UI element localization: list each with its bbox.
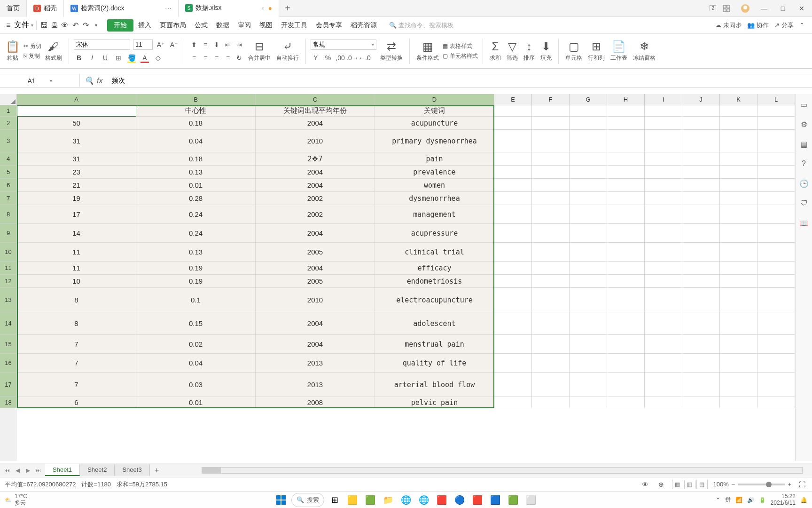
cell[interactable] <box>645 166 682 179</box>
wechat-icon[interactable]: 🟩 <box>506 492 521 508</box>
cell[interactable] <box>607 205 645 224</box>
cell[interactable] <box>720 275 757 288</box>
tab-doc1[interactable]: W 检索词(2).docx ⋯ <box>64 0 179 17</box>
taskbar-search[interactable]: 🔍搜索 <box>291 493 324 507</box>
tray-chevron-icon[interactable]: ⌃ <box>716 497 720 503</box>
cell[interactable] <box>607 373 645 397</box>
menu-data[interactable]: 数据 <box>212 19 233 32</box>
cell[interactable]: 17 <box>17 205 136 224</box>
edge-icon[interactable]: 🌐 <box>398 492 414 508</box>
cell[interactable] <box>720 192 757 205</box>
cell[interactable] <box>720 205 757 224</box>
underline-button[interactable]: U <box>100 53 110 63</box>
tray-volume-icon[interactable]: 🔊 <box>747 497 754 503</box>
cell[interactable]: adolescent <box>375 312 494 335</box>
cell[interactable] <box>570 224 607 243</box>
cell[interactable] <box>720 312 757 335</box>
cell[interactable] <box>494 243 532 262</box>
cell[interactable] <box>494 275 532 288</box>
cell[interactable] <box>757 397 795 408</box>
select-all-corner[interactable] <box>0 94 17 105</box>
col-header-L[interactable]: L <box>757 94 795 105</box>
cell[interactable] <box>532 335 570 354</box>
col-header-F[interactable]: F <box>532 94 570 105</box>
row-header-11[interactable]: 11 <box>0 262 17 275</box>
cell[interactable] <box>570 179 607 192</box>
cell[interactable]: 0.24 <box>136 224 256 243</box>
app6-icon[interactable]: ⬜ <box>523 492 539 508</box>
cell[interactable] <box>757 224 795 243</box>
cell[interactable] <box>532 192 570 205</box>
command-search[interactable]: 🔍查找命令、搜索模板 <box>389 21 453 30</box>
cell[interactable]: efficacy <box>375 262 494 275</box>
menu-review[interactable]: 审阅 <box>234 19 255 32</box>
bold-button[interactable]: B <box>74 53 84 63</box>
apps-icon[interactable] <box>718 3 735 14</box>
layout-icon[interactable]: ▤ <box>798 138 810 150</box>
cell[interactable] <box>570 243 607 262</box>
row-header-10[interactable]: 10 <box>0 243 17 262</box>
menu-member[interactable]: 会员专享 <box>312 19 346 32</box>
cell[interactable]: 2005 <box>256 275 375 288</box>
cell[interactable] <box>494 288 532 312</box>
cell[interactable]: 0.15 <box>136 312 256 335</box>
cell[interactable] <box>645 275 682 288</box>
sheet-prev-icon[interactable]: ◀ <box>12 465 23 476</box>
cell[interactable] <box>494 179 532 192</box>
cell[interactable] <box>607 224 645 243</box>
cell[interactable] <box>682 397 720 408</box>
sum-button[interactable]: Σ求和 <box>488 40 503 62</box>
cell[interactable] <box>607 312 645 335</box>
cell[interactable] <box>570 166 607 179</box>
cell[interactable] <box>532 224 570 243</box>
cell[interactable] <box>570 312 607 335</box>
menu-start[interactable]: 开始 <box>107 19 133 32</box>
taskview-icon[interactable]: ⊞ <box>327 492 342 508</box>
cell[interactable] <box>494 105 532 117</box>
cell[interactable]: 2004 <box>256 117 375 130</box>
cell[interactable]: 0.02 <box>136 335 256 354</box>
cell[interactable] <box>645 243 682 262</box>
zoom-slider[interactable] <box>738 484 785 485</box>
header-cell[interactable]: 中心性 <box>136 105 256 117</box>
cell[interactable] <box>757 373 795 397</box>
cell[interactable] <box>607 152 645 166</box>
cell[interactable] <box>720 373 757 397</box>
cell[interactable]: 50 <box>17 117 136 130</box>
cell[interactable] <box>682 166 720 179</box>
cell[interactable] <box>682 243 720 262</box>
cell[interactable] <box>532 117 570 130</box>
cell[interactable] <box>757 262 795 275</box>
cell[interactable] <box>532 243 570 262</box>
cell[interactable] <box>570 205 607 224</box>
cell[interactable] <box>645 224 682 243</box>
wps-icon[interactable]: 🟥 <box>470 492 485 508</box>
weather-widget[interactable]: ⛅ 17°C多云 <box>5 493 27 506</box>
cell[interactable]: 23 <box>17 166 136 179</box>
cell[interactable] <box>645 152 682 166</box>
cell[interactable] <box>494 397 532 408</box>
cell[interactable]: menstrual pain <box>375 335 494 354</box>
cell[interactable] <box>757 192 795 205</box>
type-convert[interactable]: ⇄类型转换 <box>378 40 405 62</box>
close-button[interactable]: ✕ <box>793 3 810 14</box>
filter-button[interactable]: ▽筛选 <box>505 40 520 62</box>
cell[interactable] <box>570 335 607 354</box>
cell[interactable] <box>607 179 645 192</box>
cell[interactable] <box>682 224 720 243</box>
cell[interactable] <box>570 373 607 397</box>
close-icon[interactable]: ⋯ <box>165 5 172 12</box>
cell[interactable] <box>607 192 645 205</box>
cell[interactable] <box>682 373 720 397</box>
cell[interactable] <box>570 117 607 130</box>
font-size-combo[interactable]: 11 <box>133 40 153 50</box>
cell[interactable]: 2004 <box>256 179 375 192</box>
file-menu[interactable]: 文件▾ <box>14 20 33 30</box>
cell[interactable]: pelvic pain <box>375 397 494 408</box>
tab-doc2[interactable]: S 数据.xlsx ▫ ● <box>179 0 279 17</box>
currency-icon[interactable]: ¥ <box>311 53 321 63</box>
app1-icon[interactable]: 🟨 <box>345 492 360 508</box>
col-header-H[interactable]: H <box>607 94 645 105</box>
fx-icon[interactable]: fx <box>97 77 102 85</box>
cell[interactable]: 0.19 <box>136 262 256 275</box>
